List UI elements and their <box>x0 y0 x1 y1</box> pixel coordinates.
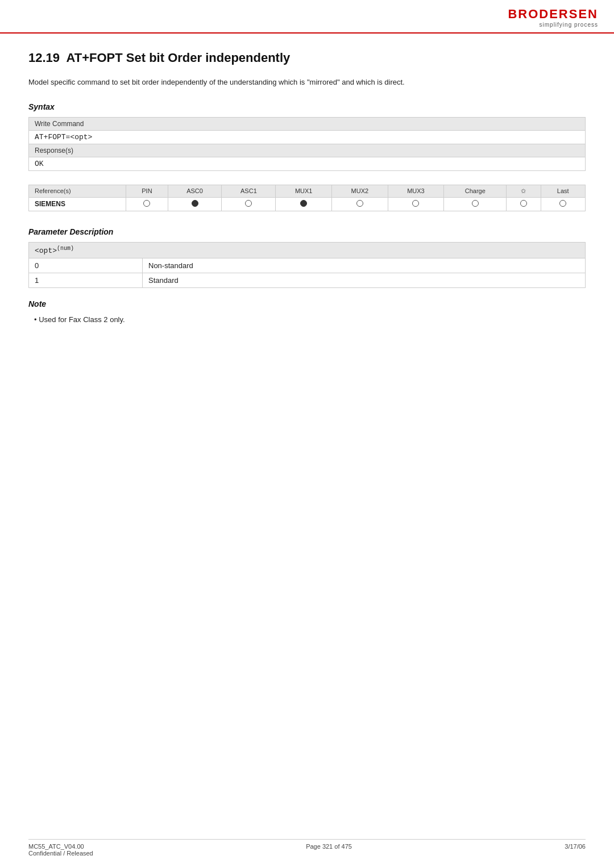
circle-asc0 <box>168 197 222 211</box>
param-header-cell: <opt>(num) <box>29 242 586 258</box>
param-desc-0: Non-standard <box>143 258 586 273</box>
ref-col-mux1: MUX1 <box>276 185 332 197</box>
write-command-code: AT+FOPT=<opt> <box>29 130 586 144</box>
circle-special <box>507 197 541 211</box>
param-value-1: 1 <box>29 273 143 288</box>
table-row: 1 Standard <box>29 273 586 288</box>
responses-label: Response(s) <box>29 144 586 157</box>
footer-date: 3/17/06 <box>565 843 586 857</box>
ref-col-asc0: ASC0 <box>168 185 222 197</box>
reference-header-row: Reference(s) PIN ASC0 ASC1 MUX1 MUX2 MUX… <box>29 185 586 197</box>
param-label: <opt> <box>35 247 57 255</box>
brand-tagline: simplifying process <box>508 22 598 28</box>
list-item: Used for Fax Class 2 only. <box>34 314 586 326</box>
ref-col-pin: PIN <box>126 185 168 197</box>
ok-response-row: OK <box>29 157 586 170</box>
table-row: SIEMENS <box>29 197 586 211</box>
param-superscript: (num) <box>57 245 74 252</box>
reference-table: Reference(s) PIN ASC0 ASC1 MUX1 MUX2 MUX… <box>28 185 586 211</box>
footer-doc-id: MC55_ATC_V04.00 <box>28 843 93 850</box>
ref-col-mux3: MUX3 <box>388 185 444 197</box>
main-content: 12.19 AT+FOPT Set bit Order independentl… <box>0 34 614 374</box>
circle-charge <box>444 197 507 211</box>
ref-col-charge: Charge <box>444 185 507 197</box>
page-header: BRODERSEN simplifying process <box>0 0 614 34</box>
circle-mux3 <box>388 197 444 211</box>
circle-mux2 <box>332 197 388 211</box>
circle-asc1 <box>222 197 276 211</box>
circle-last <box>541 197 585 211</box>
ok-response: OK <box>29 157 586 170</box>
section-description: Model specific command to set bit order … <box>28 77 586 89</box>
syntax-table: Write Command AT+FOPT=<opt> Response(s) … <box>28 117 586 171</box>
param-header-row: <opt>(num) <box>29 242 586 258</box>
ref-col-asc1: ASC1 <box>222 185 276 197</box>
param-value-0: 0 <box>29 258 143 273</box>
note-title: Note <box>28 299 586 308</box>
table-row: 0 Non-standard <box>29 258 586 273</box>
write-command-label: Write Command <box>29 117 586 130</box>
param-desc-title: Parameter Description <box>28 227 586 236</box>
ref-label-header: Reference(s) <box>29 185 126 197</box>
footer-page-number: Page 321 of 475 <box>306 843 352 857</box>
note-section: Note Used for Fax Class 2 only. <box>28 299 586 326</box>
ref-col-special: ✩ <box>507 185 541 197</box>
footer-left: MC55_ATC_V04.00 Confidential / Released <box>28 843 93 857</box>
footer-status: Confidential / Released <box>28 850 93 857</box>
note-list: Used for Fax Class 2 only. <box>28 314 586 326</box>
circle-pin <box>126 197 168 211</box>
write-command-code-row: AT+FOPT=<opt> <box>29 130 586 144</box>
ref-row-name: SIEMENS <box>29 197 126 211</box>
ref-col-last: Last <box>541 185 585 197</box>
logo: BRODERSEN simplifying process <box>508 7 598 28</box>
section-title: 12.19 AT+FOPT Set bit Order independentl… <box>28 51 586 65</box>
syntax-title: Syntax <box>28 102 586 111</box>
ref-col-mux2: MUX2 <box>332 185 388 197</box>
param-desc-1: Standard <box>143 273 586 288</box>
page-footer: MC55_ATC_V04.00 Confidential / Released … <box>28 839 586 857</box>
brand-name: BRODERSEN <box>508 7 598 22</box>
write-command-header-row: Write Command <box>29 117 586 130</box>
responses-header-row: Response(s) <box>29 144 586 157</box>
circle-mux1 <box>276 197 332 211</box>
parameter-table: <opt>(num) 0 Non-standard 1 Standard <box>28 242 586 288</box>
